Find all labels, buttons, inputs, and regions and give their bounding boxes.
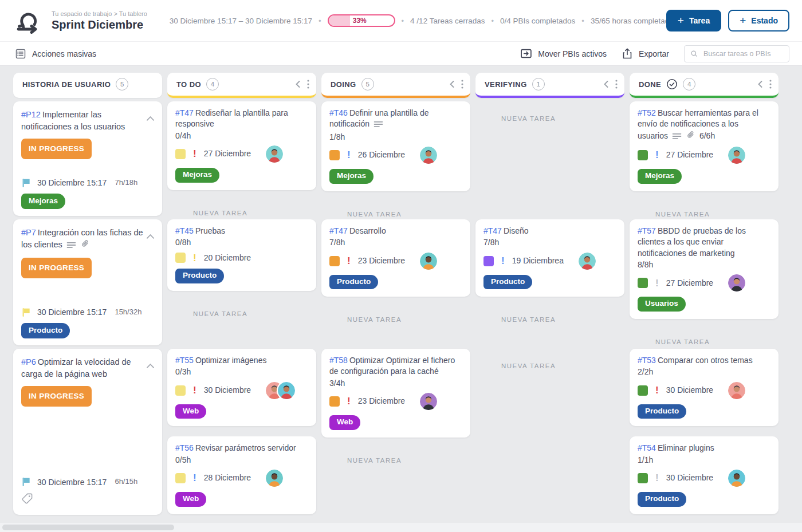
collapse-column-icon[interactable] [450,81,454,88]
story-id: #P7 [21,228,36,237]
story-card[interactable]: #P7Integración con las fichas de los cli… [13,219,162,345]
assignee-avatars [728,147,745,164]
breadcrumb[interactable]: Tu espacio de trabajo > Tu tablero [52,10,147,17]
board-cell-done: #T53Comparar con otros temas 2/2h ! 30 D… [630,349,779,515]
avatar [728,147,745,164]
collapse-column-icon[interactable] [296,81,300,88]
column-menu-icon[interactable] [307,80,309,89]
search-input[interactable] [702,49,783,58]
add-task-button[interactable]: + Tarea [666,10,721,31]
task-hours: 0/4h [175,131,308,141]
task-card[interactable]: #T45Pruebas 0/8h ! 20 Diciembre Producto [167,219,316,291]
tag-badge: Web [175,492,206,507]
priority-icon: ! [193,385,196,395]
new-task-button[interactable]: NUEVA TAREA [475,115,624,122]
description-icon [374,120,383,131]
status-square [329,150,340,160]
progress-label: 33% [353,17,367,25]
task-card[interactable]: #T47Desarrollo 7/8h ! 23 Diciembre Produ… [321,219,470,297]
collapse-column-icon[interactable] [758,81,762,88]
priority-icon: ! [655,385,659,395]
new-task-button[interactable]: NUEVA TAREA [167,310,316,317]
collapse-column-icon[interactable] [604,81,608,88]
new-task-button[interactable]: NUEVA TAREA [321,316,470,323]
sprint-date-range[interactable]: 30 Diciembre 15:17 – 30 Diciembre 15:17 [170,17,312,25]
stat-pbis-completed: 0/4 PBIs completados [500,17,575,25]
move-pbis-button[interactable]: Mover PBIs activos [520,48,607,60]
attachment-icon [686,130,695,143]
board-cell-doing: #T46Definir una plantilla de notificació… [321,101,470,216]
task-id: #T45 [175,226,194,235]
task-title: Eliminar plugins [658,443,714,452]
new-task-button[interactable]: NUEVA TAREA [630,211,779,218]
story-card[interactable]: #P6Optimizar la velocidad de carga de la… [13,349,162,515]
story-id: #P12 [21,110,41,119]
chevron-up-icon[interactable] [147,227,154,242]
new-task-button[interactable]: NUEVA TAREA [321,457,470,464]
tag-badge: Mejoras [329,169,374,184]
column-header-todo: TO DO 4 [167,73,316,98]
task-card[interactable]: #T47Diseño 7/8h ! 19 Diciembrea Producto [475,219,624,297]
story-date: 30 Diciembre 15:17 [37,177,107,188]
task-hours: 8/8h [638,259,770,270]
task-card[interactable]: #T56Revisar parámetros servidor 0/5h ! 2… [167,436,316,514]
new-task-button[interactable]: NUEVA TAREA [630,338,779,345]
new-task-button[interactable]: NUEVA TAREA [475,362,624,369]
story-card[interactable]: #P12Implementar las notificaciones a los… [13,101,162,216]
chevron-up-icon[interactable] [147,109,154,124]
sprint-info: 30 Diciembre 15:17 – 30 Diciembre 15:17 … [163,14,658,27]
avatar [579,253,596,270]
task-title: Desarrollo [349,226,386,235]
status-square [329,396,340,407]
separator-dot: • [581,17,584,25]
bulk-actions-button[interactable]: Acciones masivas [15,48,96,60]
task-hours: 6/6h [699,131,715,140]
progress-bar: 33% [328,14,395,27]
task-id: #T56 [175,443,194,452]
task-card[interactable]: #T47Rediseñar la plantilla para responsi… [167,101,316,190]
tag-badge: Web [175,404,206,419]
board-cell-done: #T57BBDD de pruebas de los clientes a lo… [630,219,779,345]
task-card[interactable]: #T55Optimizar imágenes 0/3h ! 30 Diciemb… [167,349,316,426]
task-card[interactable]: #T46Definir una plantilla de notificació… [321,101,470,191]
assignee-avatars [728,382,745,399]
horizontal-scrollbar[interactable] [0,523,802,532]
export-button[interactable]: Exportar [622,48,669,60]
new-task-button[interactable]: NUEVA TAREA [321,211,470,218]
due-date: 19 Diciembrea [512,255,564,266]
new-task-button[interactable]: NUEVA TAREA [167,210,316,216]
assignee-avatars [420,253,437,270]
search-box[interactable] [684,45,789,62]
priority-icon: ! [501,256,505,266]
priority-icon: ! [655,473,659,483]
column-count-badge: 1 [532,78,545,90]
board-title-block: Tu espacio de trabajo > Tu tablero Sprin… [52,10,147,31]
column-header-historia: HISTORIA DE USUARIO 5 [13,73,162,98]
column-menu-icon[interactable] [615,80,618,89]
scrollbar-thumb[interactable] [2,525,174,530]
board-cell-verifying: NUEVA TAREA [475,101,624,216]
column-menu-icon[interactable] [461,80,463,89]
task-card[interactable]: #T54Eliminar plugins 1/1h ! 30 Diciembre… [630,436,779,514]
status-square [638,473,648,483]
avatar [266,145,283,163]
chevron-up-icon[interactable] [147,356,154,372]
status-square [483,256,494,266]
new-task-button[interactable]: NUEVA TAREA [475,316,624,323]
task-card[interactable]: #T53Comparar con otros temas 2/2h ! 30 D… [630,349,779,426]
task-hours: 3/4h [329,378,462,389]
sprint-logo-icon[interactable] [14,7,44,34]
status-badge: IN PROGRESS [21,258,92,278]
due-date: 27 Diciembre [666,149,713,160]
task-card[interactable]: #T57BBDD de pruebas de los clientes a lo… [630,219,779,319]
due-date: 20 Diciembre [204,253,251,263]
task-id: #T52 [638,108,656,117]
add-state-button[interactable]: + Estado [728,10,789,31]
task-card[interactable]: #T58Optimizar Optimizar el fichero de co… [321,349,470,438]
header-buttons: + Tarea + Estado [666,10,789,31]
task-card[interactable]: #T52Buscar herramientas para el envío de… [630,101,779,191]
task-id: #T55 [175,356,194,365]
plus-icon: + [678,15,684,26]
status-square [175,473,186,483]
column-menu-icon[interactable] [769,80,772,89]
